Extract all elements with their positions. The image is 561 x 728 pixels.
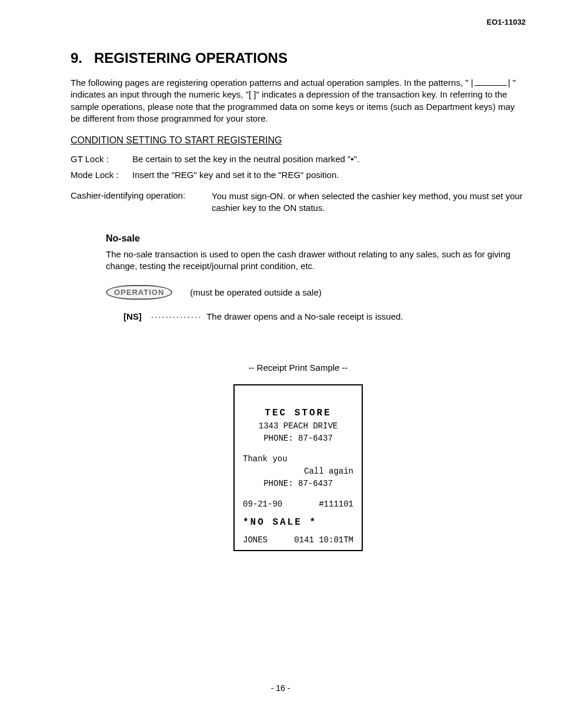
condition-heading: CONDITION SETTING TO START REGISTERING xyxy=(71,135,526,146)
mode-lock-text: Insert the "REG" key and set it to the "… xyxy=(132,170,339,180)
receipt-thank-you: Thank you xyxy=(243,453,353,465)
receipt-phone-2: PHONE: 87-6437 xyxy=(243,478,353,490)
receipt-seq: 0141 xyxy=(294,535,314,545)
cashier-text: You must sign-ON. or when selected the c… xyxy=(212,190,526,214)
cashier-label: Cashier-identifying operation: xyxy=(71,190,212,214)
operation-note: (must be operated outside a sale) xyxy=(190,287,321,297)
receipt-date: 09-21-90 xyxy=(243,498,282,511)
gt-lock-text: Be certain to set the key in the neutral… xyxy=(132,154,359,164)
cashier-row: Cashier-identifying operation: You must … xyxy=(71,190,526,214)
receipt-nosale: *NO SALE * xyxy=(243,515,353,529)
section-number: 9. xyxy=(71,50,82,66)
receipt-trans: #111101 xyxy=(319,498,353,511)
receipt-address: 1343 PEACH DRIVE xyxy=(243,420,353,432)
receipt-heading: -- Receipt Print Sample -- xyxy=(71,363,526,373)
nosale-text: The no-sale transaction is used to open … xyxy=(106,249,526,273)
dots-leader: ·············· xyxy=(151,311,202,321)
nosale-title: No-sale xyxy=(106,233,526,244)
ns-row: [NS] ·············· The drawer opens and… xyxy=(123,311,526,321)
document-id: EO1-11032 xyxy=(487,18,526,26)
mode-lock-label: Mode Lock : xyxy=(71,170,132,180)
receipt-cashier: JONES xyxy=(243,534,268,546)
operation-badge: OPERATION xyxy=(106,285,172,300)
receipt-store: TEC STORE xyxy=(243,406,353,420)
receipt-sample: TEC STORE 1343 PEACH DRIVE PHONE: 87-643… xyxy=(233,384,363,551)
intro-text-before: The following pages are registering oper… xyxy=(71,78,473,88)
receipt-time: 10:01TM xyxy=(319,535,353,545)
gt-lock-row: GT Lock : Be certain to set the key in t… xyxy=(71,154,526,164)
receipt-call-again: Call again xyxy=(243,465,353,478)
numeric-input-blank xyxy=(475,85,507,86)
ns-text: The drawer opens and a No-sale receipt i… xyxy=(206,311,403,321)
receipt-cashier-row: JONES 0141 10:01TM xyxy=(243,534,353,546)
receipt-phone-1: PHONE: 87-6437 xyxy=(243,432,353,445)
page-body: 9. REGISTERING OPERATIONS The following … xyxy=(0,0,561,563)
page-number: - 16 - xyxy=(0,683,561,693)
intro-paragraph: The following pages are registering oper… xyxy=(71,77,526,125)
section-title: 9. REGISTERING OPERATIONS xyxy=(71,50,526,66)
ns-key: [NS] xyxy=(123,311,142,321)
nosale-subsection: No-sale The no-sale transaction is used … xyxy=(106,233,526,322)
mode-lock-row: Mode Lock : Insert the "REG" key and set… xyxy=(71,170,526,180)
gt-lock-label: GT Lock : xyxy=(71,154,132,164)
operation-row: OPERATION (must be operated outside a sa… xyxy=(106,285,526,300)
section-heading: REGISTERING OPERATIONS xyxy=(94,50,288,66)
receipt-date-row: 09-21-90 #111101 xyxy=(243,498,353,511)
